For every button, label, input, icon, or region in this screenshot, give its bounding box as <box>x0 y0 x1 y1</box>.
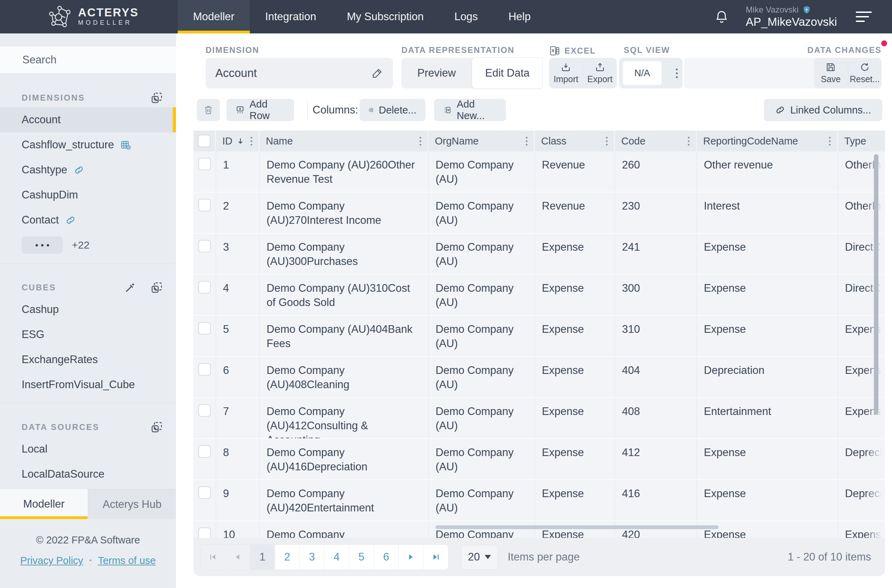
preview-button[interactable]: Preview <box>402 58 472 88</box>
cell-class[interactable]: Revenue <box>535 152 615 192</box>
cell-name[interactable]: Demo Company (AU)416Depreciation <box>260 439 429 479</box>
cell-code[interactable]: 408 <box>615 398 697 438</box>
cell-reportingcodename[interactable]: Expense <box>697 439 838 479</box>
row-checkbox[interactable] <box>198 281 211 294</box>
cell-reportingcodename[interactable]: Entertainment <box>697 398 838 438</box>
cell-name[interactable]: Demo Company (AU)425Freight <box>260 521 429 538</box>
cell-orgname[interactable]: Demo Company (AU) <box>429 357 535 397</box>
cell-id[interactable]: 2 <box>216 192 260 233</box>
add-cube-icon[interactable] <box>150 281 163 294</box>
sidebar-item-cashupdim[interactable]: CashupDim <box>0 182 176 207</box>
tab-acterys-hub[interactable]: Acterys Hub <box>88 489 176 519</box>
cell-class[interactable]: Revenue <box>535 192 615 233</box>
cell-id[interactable]: 9 <box>216 480 260 520</box>
cell-id[interactable]: 5 <box>216 316 260 356</box>
row-checkbox[interactable] <box>198 363 211 376</box>
hamburger-menu-icon[interactable] <box>854 9 874 24</box>
cell-id[interactable]: 1 <box>216 152 260 192</box>
column-header-reportingcodename[interactable]: ReportingCodeName <box>697 130 838 152</box>
sidebar-item-cashflow-structure[interactable]: Cashflow_structure <box>0 132 176 158</box>
cell-reportingcodename[interactable]: Other revenue <box>697 152 838 192</box>
last-page-button[interactable] <box>423 545 448 570</box>
cell-class[interactable]: Expense <box>535 398 615 438</box>
cell-reportingcodename[interactable]: Expense <box>697 234 838 274</box>
export-button[interactable]: Export <box>583 58 617 88</box>
cell-id[interactable]: 4 <box>216 274 260 315</box>
column-menu-icon[interactable] <box>251 137 252 146</box>
cell-code[interactable]: 412 <box>615 439 697 479</box>
next-page-button[interactable] <box>399 545 423 570</box>
row-checkbox[interactable] <box>198 199 211 212</box>
cell-orgname[interactable]: Demo Company (AU) <box>429 152 535 192</box>
cell-class[interactable]: Expense <box>535 274 615 315</box>
sidebar-item-account[interactable]: Account <box>0 107 176 132</box>
cell-code[interactable]: 416 <box>615 480 697 520</box>
previous-page-button[interactable] <box>226 545 250 570</box>
column-header-type[interactable]: Type <box>838 130 885 152</box>
nav-tab-my-subscription[interactable]: My Subscription <box>331 0 439 33</box>
cell-id[interactable]: 10 <box>216 521 260 538</box>
page-button-2[interactable]: 2 <box>275 545 300 570</box>
page-button-5[interactable]: 5 <box>349 545 374 570</box>
terms-of-use-link[interactable]: Terms of use <box>98 555 156 566</box>
cell-orgname[interactable]: Demo Company (AU) <box>429 274 535 315</box>
more-dimensions-button[interactable] <box>22 236 63 254</box>
column-menu-icon[interactable] <box>688 137 690 146</box>
nav-tab-integration[interactable]: Integration <box>250 0 332 33</box>
cell-name[interactable]: Demo Company (AU)408Cleaning <box>260 357 429 397</box>
cell-type[interactable]: Deprecia <box>838 480 885 520</box>
cell-code[interactable]: 300 <box>615 274 697 315</box>
nav-tab-help[interactable]: Help <box>493 0 546 33</box>
column-menu-icon[interactable] <box>829 137 831 146</box>
sidebar-item-exchangerates[interactable]: ExchangeRates <box>0 347 176 372</box>
cell-name[interactable]: Demo Company (AU)420Entertainment <box>260 480 429 520</box>
user-menu[interactable]: Mike Vazovski AP_MikeVazovski <box>746 5 837 28</box>
sidebar-item-cashup[interactable]: Cashup <box>0 297 176 322</box>
wizard-wand-icon[interactable] <box>124 281 137 294</box>
privacy-policy-link[interactable]: Privacy Policy <box>20 555 83 566</box>
save-button[interactable]: Save <box>814 58 848 88</box>
cell-orgname[interactable]: Demo Company (AU) <box>429 234 535 274</box>
page-size-select[interactable]: 20 <box>461 545 498 570</box>
row-checkbox[interactable] <box>198 404 211 417</box>
vertical-scrollbar[interactable] <box>874 154 878 415</box>
delete-columns-button[interactable]: Delete... <box>360 99 426 121</box>
sidebar-item-localdatasource[interactable]: LocalDataSource <box>0 462 176 487</box>
cell-orgname[interactable]: Demo Company (AU) <box>429 480 535 520</box>
row-checkbox[interactable] <box>198 322 211 334</box>
cell-class[interactable]: Expense <box>535 480 615 520</box>
row-checkbox[interactable] <box>198 527 211 538</box>
cell-code[interactable]: 404 <box>615 357 697 397</box>
page-button-4[interactable]: 4 <box>324 545 349 570</box>
page-button-6[interactable]: 6 <box>374 545 399 570</box>
reset-button[interactable]: Reset... <box>848 58 882 88</box>
cell-type[interactable]: Deprecia <box>838 439 885 479</box>
cell-reportingcodename[interactable]: Expense <box>697 480 838 520</box>
import-button[interactable]: Import <box>549 58 583 88</box>
delete-rows-button[interactable] <box>197 99 220 121</box>
cell-name[interactable]: Demo Company (AU)404Bank Fees <box>260 316 429 356</box>
cell-id[interactable]: 6 <box>216 357 260 397</box>
select-all-checkbox[interactable] <box>198 135 211 147</box>
cell-name[interactable]: Demo Company (AU)412Consulting & Account… <box>260 398 429 438</box>
linked-columns-button[interactable]: Linked Columns... <box>764 99 882 121</box>
column-header-name[interactable]: Name <box>260 130 429 152</box>
sidebar-item-insertfromvisual-cube[interactable]: InsertFromVisual_Cube <box>0 372 176 397</box>
first-page-button[interactable] <box>201 545 226 570</box>
dimension-field[interactable]: Account <box>206 58 393 88</box>
sidebar-item-cashtype[interactable]: Cashtype <box>0 158 176 182</box>
column-menu-icon[interactable] <box>526 137 528 146</box>
row-checkbox[interactable] <box>198 445 211 458</box>
add-new-column-button[interactable]: Add New... <box>434 99 506 121</box>
cell-class[interactable]: Expense <box>535 316 615 356</box>
cell-name[interactable]: Demo Company (AU)300Purchases <box>260 234 429 274</box>
cell-reportingcodename[interactable]: Expense <box>697 316 838 356</box>
horizontal-scrollbar[interactable] <box>436 525 719 529</box>
cell-type[interactable]: Expense <box>838 521 885 538</box>
cell-reportingcodename[interactable]: Expense <box>697 274 838 315</box>
add-row-button[interactable]: Add Row <box>227 99 294 121</box>
sql-view-menu-icon[interactable] <box>676 69 678 78</box>
cell-code[interactable]: 420 <box>615 521 697 538</box>
cell-orgname[interactable]: Demo Company (AU) <box>429 521 535 538</box>
cell-name[interactable]: Demo Company (AU)310Cost of Goods Sold <box>260 274 429 315</box>
